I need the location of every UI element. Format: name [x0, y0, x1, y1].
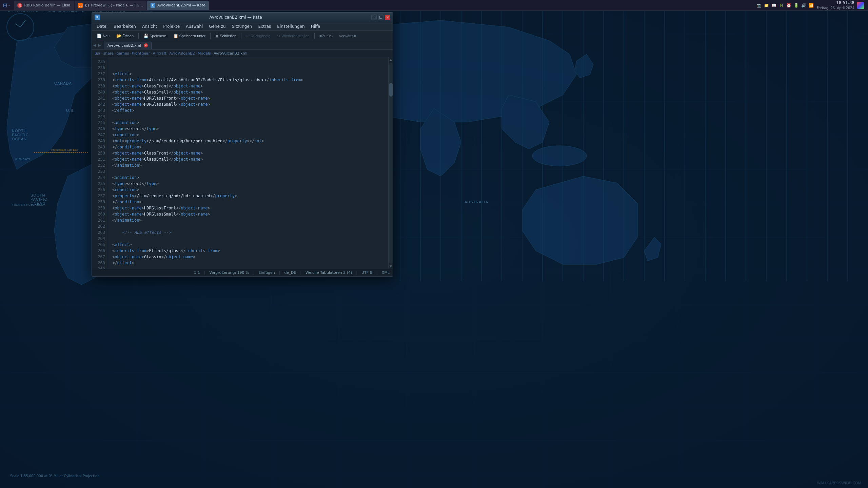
- toolbar-neu-button[interactable]: 📄 Neu: [94, 33, 112, 39]
- code-line[interactable]: </effect>: [112, 260, 388, 266]
- breadcrumb-avrovulcanb2[interactable]: AvroVulcanB2: [169, 51, 195, 56]
- code-line[interactable]: [112, 65, 388, 71]
- toolbar-oeffnen-button[interactable]: 📂 Öffnen: [114, 33, 136, 39]
- status-zoom[interactable]: Vergrößerung: 190 %: [210, 270, 249, 275]
- editor-scrollbar[interactable]: ▲ ▼: [388, 57, 393, 269]
- status-encoding-label[interactable]: Weiche Tabulatoren 2 (4): [305, 270, 352, 275]
- code-line[interactable]: <not><property>/sim/rendering/hdr/hdr-en…: [112, 138, 388, 144]
- code-line[interactable]: <condition>: [112, 132, 388, 138]
- toolbar-schliessen-button[interactable]: ✕ Schließen: [213, 33, 239, 39]
- code-line[interactable]: [112, 236, 388, 242]
- kate-window-title: AvroVulcanB2.xml — Kate: [100, 15, 371, 20]
- status-mode[interactable]: Einfügen: [258, 270, 275, 275]
- code-line[interactable]: <object-name>GlassSmall</object-name>: [112, 156, 388, 162]
- toolbar-speichern-button[interactable]: 💾 Speichern: [141, 33, 169, 39]
- menu-datei[interactable]: Datei: [94, 23, 110, 29]
- maximize-button[interactable]: □: [378, 15, 383, 20]
- code-line[interactable]: [112, 266, 388, 269]
- breadcrumb-usr[interactable]: usr: [95, 51, 100, 56]
- taskbar-color-swatch[interactable]: [857, 2, 864, 9]
- menu-extras[interactable]: Extras: [255, 23, 274, 29]
- code-line[interactable]: <type>select</type>: [112, 126, 388, 132]
- minimize-button[interactable]: ─: [371, 15, 377, 20]
- tray-book-icon[interactable]: 📖: [771, 3, 777, 8]
- status-language[interactable]: de_DE: [284, 270, 296, 275]
- code-line[interactable]: <object-name>HDRGlassFront</object-name>: [112, 205, 388, 211]
- toolbar-vorwaerts-button[interactable]: Vorwärts ▶: [337, 33, 359, 39]
- code-line[interactable]: <object-name>GlassSmall</object-name>: [112, 89, 388, 95]
- line-number: 254: [92, 175, 105, 181]
- menu-gehe-zu[interactable]: Gehe zu: [206, 23, 228, 29]
- scroll-up-button[interactable]: ▲: [389, 57, 393, 62]
- file-tab-avrovulcan[interactable]: AvroVulcanB2.xml ✕: [104, 42, 152, 49]
- menu-ansicht[interactable]: Ansicht: [139, 23, 160, 29]
- line-number: 245: [92, 120, 105, 126]
- code-line[interactable]: [112, 223, 388, 229]
- tray-screenshot-icon[interactable]: 📷: [756, 3, 762, 8]
- code-line[interactable]: [112, 168, 388, 175]
- tab-nav-next[interactable]: ▶: [98, 43, 101, 47]
- breadcrumb-models[interactable]: Models: [198, 51, 211, 56]
- code-line[interactable]: <animation>: [112, 175, 388, 181]
- code-line[interactable]: <inherits-from>Aircraft/AvroVulcanB2/Mod…: [112, 77, 388, 83]
- scroll-down-button[interactable]: ▼: [389, 264, 393, 269]
- breadcrumb-flightgear[interactable]: flightgear: [132, 51, 150, 56]
- menu-hilfe[interactable]: Hilfe: [308, 23, 323, 29]
- code-line[interactable]: <object-name>HDRGlassSmall</object-name>: [112, 101, 388, 107]
- code-line[interactable]: <object-name>GlassFront</object-name>: [112, 150, 388, 156]
- taskbar-tab-fg[interactable]: 🦊 )){ Preview })( - Page 6 — FG...: [75, 1, 146, 10]
- breadcrumb-share[interactable]: share: [103, 51, 114, 56]
- menu-einstellungen[interactable]: Einstellungen: [274, 23, 307, 29]
- code-line[interactable]: [112, 59, 388, 65]
- tab-nav-prev[interactable]: ◀: [93, 43, 96, 47]
- code-line[interactable]: </condition>: [112, 144, 388, 150]
- code-line[interactable]: [112, 114, 388, 120]
- code-line[interactable]: <object-name>HDRGlassSmall</object-name>: [112, 211, 388, 217]
- tray-audio-icon[interactable]: 🔊: [801, 3, 807, 8]
- code-line[interactable]: <effect>: [112, 71, 388, 77]
- status-encoding[interactable]: UTF-8: [361, 270, 372, 275]
- close-button[interactable]: ✕: [385, 15, 390, 20]
- code-content[interactable]: <effect> <inherits-from>Aircraft/AvroVul…: [108, 57, 388, 269]
- code-line[interactable]: <!-- ALS effects -->: [112, 229, 388, 236]
- code-line[interactable]: <inherits-from>Effects/glass</inherits-f…: [112, 248, 388, 254]
- toolbar-zurueck-button[interactable]: ◀ Zurück: [317, 33, 336, 39]
- tray-nvidia-icon[interactable]: N: [779, 3, 784, 8]
- toolbar-wiederherstellen-button[interactable]: ↪ Wiederherstellen: [274, 33, 312, 39]
- toolbar-rueckgaengig-button[interactable]: ↩ Rückgängig: [243, 33, 273, 39]
- code-line[interactable]: <object-name>HDRGlassFront</object-name>: [112, 95, 388, 101]
- toolbar-speichern-unter-button[interactable]: 📋 Speichern unter: [171, 33, 209, 39]
- kate-toolbar: 📄 Neu 📂 Öffnen 💾 Speichern 📋 Speichern u…: [92, 31, 393, 41]
- code-line[interactable]: <property>/sim/rendering/hdr/hdr-enabled…: [112, 193, 388, 199]
- file-tab-close-button[interactable]: ✕: [144, 43, 148, 47]
- status-filetype[interactable]: XML: [382, 270, 390, 275]
- apps-grid-icon[interactable]: ⊞: [3, 2, 7, 8]
- code-line[interactable]: <effect>: [112, 242, 388, 248]
- code-line[interactable]: <animation>: [112, 120, 388, 126]
- breadcrumb-games[interactable]: games: [117, 51, 129, 56]
- tray-clock-icon[interactable]: ⏰: [786, 3, 792, 8]
- menu-auswahl[interactable]: Auswahl: [183, 23, 205, 29]
- code-line[interactable]: </condition>: [112, 199, 388, 205]
- kate-statusbar: 1:1 | Vergrößerung: 190 % | Einfügen | d…: [92, 269, 393, 276]
- code-line[interactable]: </effect>: [112, 107, 388, 114]
- menu-projekte[interactable]: Projekte: [160, 23, 182, 29]
- clock-time: 18:51:38: [817, 0, 854, 6]
- code-line[interactable]: <type>select</type>: [112, 181, 388, 187]
- code-line[interactable]: </animation>: [112, 217, 388, 223]
- code-line[interactable]: <object-name>Glassin</object-name>: [112, 254, 388, 260]
- breadcrumb-aircraft[interactable]: Aircraft: [153, 51, 166, 56]
- line-number: 252: [92, 162, 105, 168]
- code-line[interactable]: </animation>: [112, 162, 388, 168]
- scroll-thumb[interactable]: [389, 83, 393, 97]
- tray-network-icon[interactable]: 📶: [809, 3, 814, 8]
- taskbar-tab-rbb[interactable]: ♫ RBB Radio Berlin — Elisa: [14, 1, 74, 10]
- tray-battery-icon[interactable]: 🔋: [794, 3, 799, 8]
- scroll-track[interactable]: [389, 63, 393, 263]
- code-line[interactable]: <condition>: [112, 187, 388, 193]
- menu-sitzungen[interactable]: Sitzungen: [229, 23, 255, 29]
- taskbar-tab-kate[interactable]: K AvroVulcanB2.xml — Kate: [147, 1, 209, 10]
- code-line[interactable]: <object-name>GlassFront</object-name>: [112, 83, 388, 89]
- tray-file-icon[interactable]: 📁: [764, 3, 769, 8]
- menu-bearbeiten[interactable]: Bearbeiten: [111, 23, 139, 29]
